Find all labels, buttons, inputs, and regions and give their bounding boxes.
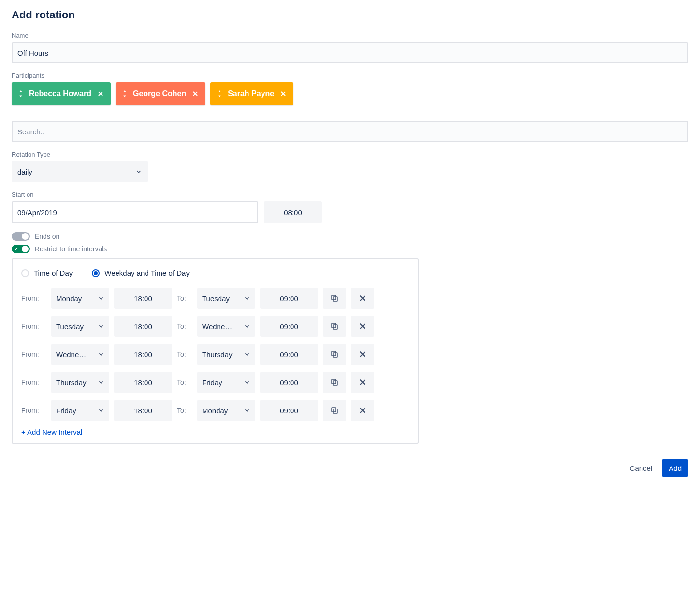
to-label: To: — [177, 350, 192, 358]
copy-icon — [330, 350, 339, 359]
from-day-select[interactable]: Friday — [51, 400, 109, 421]
add-button[interactable]: Add — [662, 459, 688, 477]
rotation-type-select[interactable]: daily — [12, 161, 148, 182]
svg-marker-0 — [19, 90, 22, 92]
close-icon — [358, 350, 367, 359]
remove-chip-icon[interactable] — [280, 90, 287, 97]
to-day-select[interactable]: Wedne… — [197, 316, 255, 337]
svg-rect-18 — [333, 325, 337, 329]
day-value: Wedne… — [56, 350, 86, 359]
day-value: Friday — [56, 407, 76, 415]
svg-rect-23 — [332, 351, 336, 356]
remove-interval-button[interactable] — [351, 400, 374, 421]
participant-chip[interactable]: Sarah Payne — [210, 82, 293, 105]
ends-on-label: Ends on — [35, 233, 59, 240]
to-day-select[interactable]: Friday — [197, 372, 255, 393]
copy-icon — [330, 294, 339, 303]
from-day-select[interactable]: Monday — [51, 288, 109, 309]
day-value: Monday — [56, 294, 82, 303]
start-date-value: 09/Apr/2019 — [17, 208, 57, 217]
interval-mode-radio[interactable]: Weekday and Time of Day — [92, 269, 190, 277]
drag-handle-icon[interactable] — [18, 90, 23, 97]
remove-chip-icon[interactable] — [192, 90, 199, 97]
copy-interval-button[interactable] — [323, 372, 346, 393]
ends-on-toggle[interactable] — [12, 232, 30, 241]
svg-rect-30 — [333, 409, 337, 413]
day-value: Monday — [202, 407, 228, 415]
to-time-input[interactable]: 09:00 — [260, 344, 318, 365]
radio-icon — [92, 269, 100, 277]
interval-row: From:Wedne…18:00To:Thursday09:00 — [21, 344, 409, 365]
remove-chip-icon[interactable] — [97, 90, 104, 97]
participants-search-input[interactable] — [12, 121, 688, 142]
day-value: Tuesday — [202, 294, 230, 303]
to-time-input[interactable]: 09:00 — [260, 288, 318, 309]
remove-interval-button[interactable] — [351, 316, 374, 337]
time-value: 18:00 — [134, 322, 152, 331]
to-label: To: — [177, 294, 192, 302]
from-time-input[interactable]: 18:00 — [114, 372, 172, 393]
svg-marker-5 — [123, 96, 126, 98]
radio-label: Weekday and Time of Day — [104, 269, 190, 277]
svg-marker-4 — [123, 90, 126, 92]
day-value: Thursday — [56, 379, 87, 387]
close-icon — [358, 406, 367, 415]
from-day-select[interactable]: Tuesday — [51, 316, 109, 337]
copy-interval-button[interactable] — [323, 316, 346, 337]
from-day-select[interactable]: Thursday — [51, 372, 109, 393]
chevron-down-icon — [244, 295, 250, 302]
close-icon — [358, 322, 367, 331]
svg-rect-15 — [332, 295, 336, 300]
day-value: Wedne… — [202, 322, 232, 331]
start-time-value: 08:00 — [284, 208, 302, 217]
time-value: 18:00 — [134, 350, 152, 359]
time-value: 09:00 — [280, 350, 298, 359]
from-day-select[interactable]: Wedne… — [51, 344, 109, 365]
to-label: To: — [177, 407, 192, 414]
remove-interval-button[interactable] — [351, 288, 374, 309]
chevron-down-icon — [244, 407, 250, 414]
from-time-input[interactable]: 18:00 — [114, 400, 172, 421]
interval-row: From:Friday18:00To:Monday09:00 — [21, 400, 409, 421]
to-day-select[interactable]: Monday — [197, 400, 255, 421]
check-icon — [14, 247, 18, 252]
participant-name: Rebecca Howard — [29, 89, 91, 98]
participant-name: George Cohen — [133, 89, 186, 98]
to-label: To: — [177, 379, 192, 386]
time-value: 09:00 — [280, 322, 298, 331]
chevron-down-icon — [98, 379, 104, 386]
to-day-select[interactable]: Thursday — [197, 344, 255, 365]
participant-chip[interactable]: George Cohen — [116, 82, 205, 105]
interval-row: From:Tuesday18:00To:Wedne…09:00 — [21, 316, 409, 337]
chevron-down-icon — [98, 295, 104, 302]
svg-rect-27 — [332, 379, 336, 384]
copy-interval-button[interactable] — [323, 288, 346, 309]
copy-interval-button[interactable] — [323, 344, 346, 365]
to-time-input[interactable]: 09:00 — [260, 400, 318, 421]
cancel-button[interactable]: Cancel — [630, 464, 653, 472]
add-interval-link[interactable]: + Add New Interval — [21, 428, 82, 436]
to-day-select[interactable]: Tuesday — [197, 288, 255, 309]
from-time-input[interactable]: 18:00 — [114, 288, 172, 309]
from-time-input[interactable]: 18:00 — [114, 316, 172, 337]
intervals-panel: Time of DayWeekday and Time of Day From:… — [12, 258, 419, 444]
drag-handle-icon[interactable] — [217, 90, 222, 97]
copy-interval-button[interactable] — [323, 400, 346, 421]
start-date-input[interactable]: 09/Apr/2019 — [12, 201, 258, 223]
svg-rect-26 — [333, 381, 337, 385]
participant-chip[interactable]: Rebecca Howard — [12, 82, 111, 105]
remove-interval-button[interactable] — [351, 372, 374, 393]
start-time-input[interactable]: 08:00 — [264, 201, 322, 223]
restrict-toggle[interactable] — [12, 245, 30, 253]
from-label: From: — [21, 407, 46, 414]
interval-mode-radio[interactable]: Time of Day — [21, 269, 73, 277]
remove-interval-button[interactable] — [351, 344, 374, 365]
name-input[interactable] — [12, 42, 688, 63]
to-time-input[interactable]: 09:00 — [260, 372, 318, 393]
chevron-down-icon — [244, 323, 250, 330]
from-time-input[interactable]: 18:00 — [114, 344, 172, 365]
to-time-input[interactable]: 09:00 — [260, 316, 318, 337]
svg-rect-22 — [333, 353, 337, 357]
time-value: 18:00 — [134, 294, 152, 303]
drag-handle-icon[interactable] — [122, 90, 127, 97]
